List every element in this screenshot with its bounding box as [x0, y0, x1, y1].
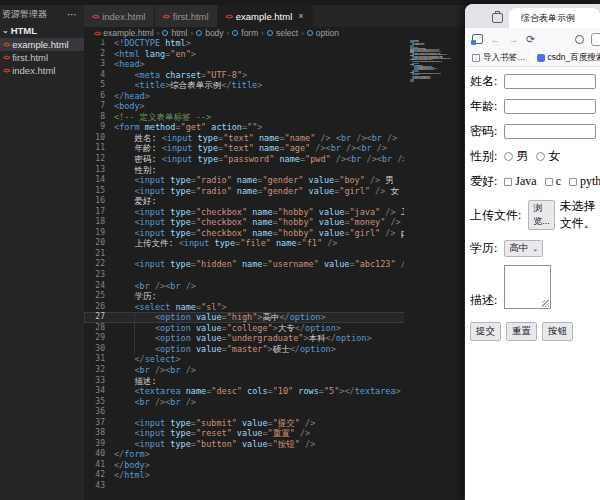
code-token: "undergraduate": [227, 333, 304, 343]
breadcrumb-label: option: [316, 28, 339, 38]
line-number: 12: [84, 154, 105, 165]
code-token: />: [295, 428, 310, 438]
code-token: html: [119, 49, 139, 59]
file-name: index.html: [12, 65, 55, 76]
browse-button[interactable]: 浏览...: [528, 200, 555, 230]
code-token: charset: [160, 70, 201, 80]
explorer-file-item[interactable]: <>first.html: [0, 51, 84, 64]
code-token: "checkbox": [196, 217, 247, 227]
address-bar-stub[interactable]: [591, 33, 600, 46]
code-token: value: [191, 323, 222, 333]
code-token: method: [140, 122, 176, 132]
back-icon[interactable]: ←: [490, 34, 501, 45]
code-token: />: [300, 418, 315, 428]
line-number: 43: [84, 481, 105, 492]
code-token: [114, 418, 134, 428]
breadcrumb-item[interactable]: form: [232, 28, 258, 38]
code-token: [114, 186, 134, 196]
hobby-row: 爱好: Javacpython: [470, 173, 600, 190]
line-number: 18: [84, 217, 105, 228]
code-token: /><: [150, 397, 170, 407]
breadcrumb-item[interactable]: html: [162, 28, 187, 38]
explorer-section-html[interactable]: ⌄ HTML: [0, 23, 84, 38]
code-token: />: [372, 143, 387, 153]
code-token: 密码:: [114, 154, 162, 164]
code-token: value: [191, 312, 222, 322]
code-token: "name": [285, 133, 316, 143]
element-symbol-icon: [267, 30, 273, 36]
line-number: 36: [84, 407, 105, 418]
code-token: "radio": [196, 186, 232, 196]
reload-icon[interactable]: ⟳: [526, 34, 535, 45]
code-token: /><: [351, 133, 371, 143]
checkbox[interactable]: [504, 178, 512, 186]
code-token: >: [367, 333, 372, 343]
firefox-view-icon[interactable]: [492, 13, 503, 23]
browser-tab-title: 综合表单示例: [521, 12, 575, 25]
code-token: "重置": [268, 428, 295, 438]
forward-icon[interactable]: →: [508, 34, 519, 45]
code-token: value: [314, 217, 345, 227]
form-button[interactable]: 提交: [470, 322, 501, 341]
education-select[interactable]: 高中 ⌄: [504, 240, 543, 257]
code-token: input: [140, 175, 166, 185]
line-number: 42: [84, 470, 105, 481]
explorer-file-item[interactable]: <>example.html: [0, 38, 84, 51]
code-token: title: [232, 80, 258, 90]
minimap-line: [410, 82, 464, 83]
line-number: 3: [84, 59, 105, 70]
bookmark-item[interactable]: csdn_百度搜索: [537, 52, 600, 64]
code-token: "abc123": [355, 259, 396, 269]
close-icon[interactable]: ×: [298, 11, 303, 21]
code-token: "girl": [350, 228, 381, 238]
code-token: html: [160, 38, 186, 48]
code-token: input: [140, 186, 166, 196]
password-row: 密码:: [470, 123, 600, 140]
line-number: 17: [84, 207, 105, 218]
editor-tab[interactable]: <>example.html×: [218, 5, 313, 27]
bookmark-item[interactable]: ↓导入书签…: [472, 52, 526, 64]
line-number: 41: [84, 460, 105, 471]
editor-tab[interactable]: <>index.html: [84, 5, 155, 27]
tab-manager-icon[interactable]: [472, 34, 483, 44]
editor-tab[interactable]: <>first.html: [155, 5, 218, 27]
checkbox[interactable]: [569, 178, 577, 186]
code-token: </: [114, 460, 124, 470]
description-textarea[interactable]: [504, 265, 551, 309]
form-button[interactable]: 按钮: [542, 322, 573, 341]
file-label: 上传文件:: [470, 207, 521, 224]
code-token: 大专: [278, 323, 295, 333]
breadcrumb-item[interactable]: <>example.html: [94, 28, 154, 38]
browser-tab[interactable]: 综合表单示例: [509, 8, 600, 28]
checkbox[interactable]: [545, 178, 553, 186]
code-token: name: [181, 386, 207, 396]
radio-button[interactable]: [504, 152, 513, 161]
line-number: 25: [84, 291, 105, 302]
page-content: 姓名: 年龄: 密码: 性别: 男女 爱好: Javacpython 上传文件:: [465, 67, 600, 341]
code-token: "10": [273, 386, 293, 396]
explorer-more-actions-icon[interactable]: ⋯: [67, 9, 78, 20]
breadcrumb-item[interactable]: option: [307, 28, 339, 38]
breadcrumb-item[interactable]: body: [196, 28, 223, 38]
import-bookmark-icon: ↓: [472, 54, 480, 62]
name-input[interactable]: [504, 74, 596, 89]
education-row: 学历: 高中 ⌄: [470, 240, 600, 257]
explorer-file-item[interactable]: <>index.html: [0, 64, 84, 77]
code-token: [114, 281, 134, 291]
code-token: name: [247, 217, 273, 227]
minimap[interactable]: [404, 38, 465, 500]
code-token: "get": [181, 122, 207, 132]
radio-button[interactable]: [536, 152, 545, 161]
line-number: 9: [84, 122, 105, 133]
breadcrumb-label: body: [205, 28, 223, 38]
code-token: 高中: [262, 312, 279, 322]
explorer-sidebar: 资源管理器 ⋯ ⌄ HTML <>example.html<>first.htm…: [0, 5, 84, 500]
password-input[interactable]: [504, 124, 596, 139]
breadcrumb-item[interactable]: select: [267, 28, 298, 38]
code-token: "high": [227, 312, 258, 322]
age-input[interactable]: [504, 99, 596, 114]
circle-icon[interactable]: [575, 35, 584, 44]
code-token: br: [372, 133, 382, 143]
form-button[interactable]: 重置: [506, 322, 537, 341]
code-token: />: [385, 217, 400, 227]
